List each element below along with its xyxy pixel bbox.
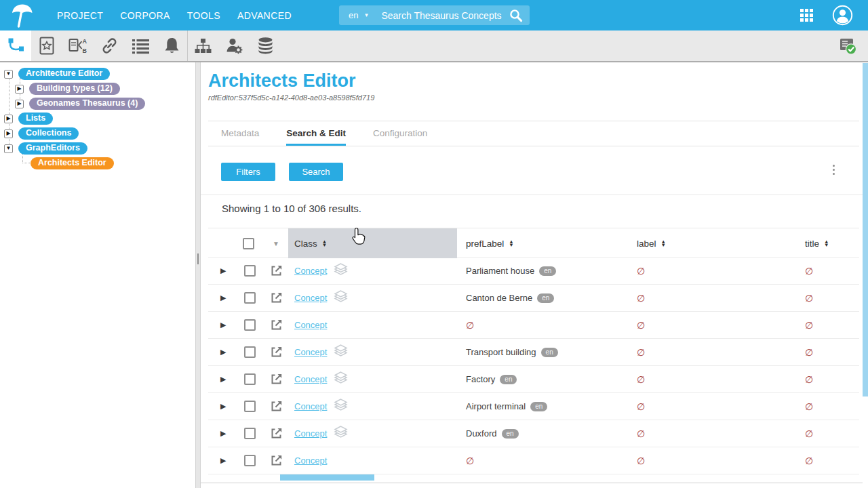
open-resource-icon[interactable]: [270, 319, 283, 331]
expand-row-icon[interactable]: ▶: [208, 348, 235, 357]
search-button[interactable]: Search: [289, 163, 343, 181]
empty-value: ∅: [805, 401, 813, 412]
tree-node-lists[interactable]: Lists: [18, 113, 53, 125]
tasks-done-icon[interactable]: [838, 37, 857, 58]
empty-value: ∅: [637, 293, 645, 304]
column-header-class[interactable]: Class ▲▼: [288, 228, 457, 258]
open-resource-icon[interactable]: [270, 264, 283, 277]
row-checkbox[interactable]: [244, 455, 256, 466]
column-header-title[interactable]: title ▲▼: [798, 239, 859, 249]
column-header-label[interactable]: label ▲▼: [629, 239, 798, 249]
user-settings-icon[interactable]: [218, 30, 250, 61]
document-star-icon[interactable]: [31, 30, 62, 61]
collapse-toggle-icon[interactable]: ▼: [4, 70, 13, 79]
search-language-selector[interactable]: en ▼: [349, 10, 369, 20]
expand-toggle-icon[interactable]: ▶: [4, 115, 13, 123]
layers-icon: [334, 399, 348, 415]
tree-item: ▶ Collections: [0, 127, 79, 140]
menu-advanced[interactable]: ADVANCED: [233, 10, 296, 21]
tree-node-architecture-editor[interactable]: Architecture Editor: [18, 68, 110, 80]
lang-badge: en: [502, 429, 519, 439]
row-checkbox[interactable]: [244, 319, 256, 331]
tab-metadata[interactable]: Metadata: [221, 121, 259, 146]
search-language-value: en: [349, 10, 358, 20]
concept-link[interactable]: Concept: [294, 455, 327, 466]
preflabel-value: Factory: [466, 374, 495, 384]
search-icon[interactable]: [509, 9, 523, 22]
expand-toggle-icon[interactable]: ▶: [15, 85, 24, 94]
tree-node-collections[interactable]: Collections: [18, 127, 79, 140]
expand-row-icon[interactable]: ▶: [208, 321, 235, 329]
collapse-toggle-icon[interactable]: ▼: [4, 144, 13, 153]
open-resource-icon[interactable]: [270, 427, 283, 440]
row-checkbox[interactable]: [244, 373, 256, 385]
concept-link[interactable]: Concept: [294, 374, 327, 384]
database-icon[interactable]: [250, 30, 281, 61]
app-logo[interactable]: [8, 2, 35, 29]
expand-row-icon[interactable]: ▶: [208, 293, 235, 302]
tree-node-architects-editor[interactable]: Architects Editor: [31, 157, 114, 169]
concept-link[interactable]: Concept: [294, 266, 327, 276]
alignment-ab-icon[interactable]: A B: [62, 30, 94, 61]
menu-project[interactable]: PROJECT: [53, 10, 107, 21]
tree-item: ▼ GraphEditors: [0, 142, 87, 155]
vertical-scrollbar-thumb[interactable]: [863, 63, 868, 396]
expand-toggle-icon[interactable]: ▶: [4, 129, 13, 138]
table-row: ▶ Concept Duxforden ∅ ∅: [208, 420, 859, 447]
header-dropdown-icon[interactable]: ▼: [264, 240, 288, 247]
select-all-checkbox[interactable]: [243, 238, 254, 249]
expand-row-icon[interactable]: ▶: [208, 375, 235, 384]
open-resource-icon[interactable]: [270, 291, 283, 304]
concept-link[interactable]: Concept: [294, 293, 327, 303]
user-avatar-icon[interactable]: [832, 5, 853, 26]
menu-corpora[interactable]: CORPORA: [116, 10, 174, 21]
open-resource-icon[interactable]: [270, 373, 283, 386]
menu-tools[interactable]: TOOLS: [183, 10, 224, 21]
hierarchy-icon[interactable]: [187, 30, 218, 61]
tree-item: ▶ Lists: [0, 113, 53, 125]
row-checkbox[interactable]: [244, 401, 256, 412]
splitter-grip[interactable]: [197, 253, 199, 264]
tree-item: ▼ Architecture Editor: [0, 68, 110, 80]
tree-node-geonames-thesaurus[interactable]: Geonames Thesaurus (4): [29, 98, 145, 110]
thesaurus-search-box[interactable]: en ▼ Search Thesaurus Concepts: [339, 5, 530, 25]
open-resource-icon[interactable]: [270, 346, 283, 359]
filters-button[interactable]: Filters: [221, 163, 275, 181]
apps-grid-icon[interactable]: [800, 9, 813, 22]
tree-node-building-types[interactable]: Building types (12): [29, 83, 120, 95]
expand-row-icon[interactable]: ▶: [208, 266, 235, 275]
sidebar-splitter[interactable]: [195, 62, 201, 488]
row-checkbox[interactable]: [244, 346, 256, 358]
link-icon[interactable]: [94, 30, 125, 61]
tab-configuration[interactable]: Configuration: [373, 121, 427, 146]
more-options-icon[interactable]: [833, 165, 835, 175]
expand-row-icon[interactable]: ▶: [208, 429, 235, 438]
tree-node-grapheditors[interactable]: GraphEditors: [18, 142, 87, 155]
concept-link[interactable]: Concept: [294, 401, 327, 411]
column-header-preflabel[interactable]: prefLabel ▲▼: [457, 239, 629, 249]
sort-icon[interactable]: ▲▼: [509, 240, 513, 247]
open-resource-icon[interactable]: [270, 454, 283, 467]
concept-link[interactable]: Concept: [294, 428, 327, 439]
concept-link[interactable]: Concept: [294, 347, 327, 357]
horizontal-scrollbar-thumb[interactable]: [280, 474, 374, 481]
row-checkbox[interactable]: [244, 265, 256, 277]
row-checkbox[interactable]: [244, 292, 256, 304]
expand-row-icon[interactable]: ▶: [208, 402, 235, 411]
expand-toggle-icon[interactable]: ▶: [15, 100, 24, 108]
list-icon[interactable]: [125, 30, 156, 61]
empty-value: ∅: [637, 455, 645, 466]
bell-icon[interactable]: [156, 30, 187, 61]
sort-icon[interactable]: ▲▼: [322, 240, 327, 247]
row-checkbox[interactable]: [244, 428, 256, 439]
umbrella-logo-icon: [9, 3, 34, 28]
expand-row-icon[interactable]: ▶: [208, 456, 235, 465]
open-resource-icon[interactable]: [270, 400, 283, 413]
layers-icon: [334, 426, 348, 442]
tab-search-and-edit[interactable]: Search & Edit: [286, 121, 346, 146]
concept-link[interactable]: Concept: [294, 320, 327, 330]
graph-editor-icon[interactable]: [0, 30, 31, 61]
project-tree-sidebar: ▼ Architecture Editor ▶ Building types (…: [0, 62, 195, 488]
sort-icon[interactable]: ▲▼: [661, 240, 666, 247]
sort-icon[interactable]: ▲▼: [824, 240, 829, 247]
